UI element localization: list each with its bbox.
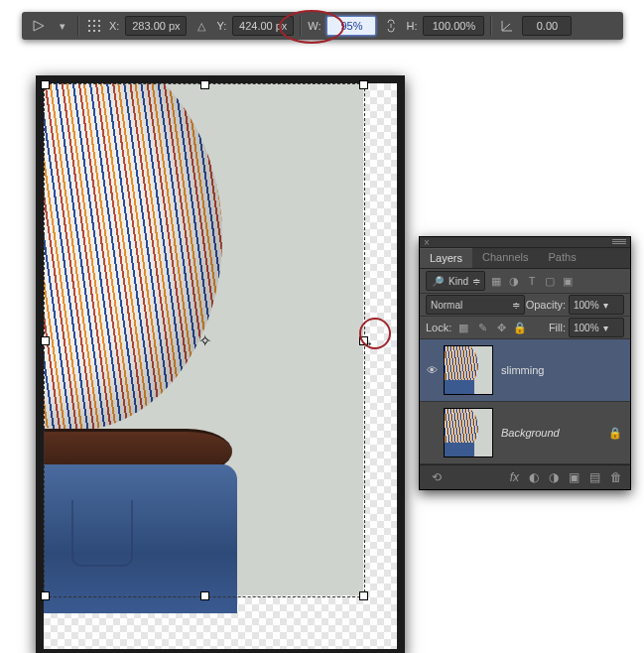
lock-transparent-icon[interactable]: ▩ (456, 321, 470, 334)
svg-rect-6 (88, 30, 90, 32)
delta-icon[interactable]: △ (193, 17, 210, 35)
canvas[interactable]: ✧ ↔ (44, 83, 397, 649)
svg-rect-3 (88, 25, 90, 27)
svg-rect-4 (93, 25, 95, 27)
svg-rect-0 (88, 20, 90, 22)
transform-handle[interactable] (41, 336, 50, 345)
panel-tabs: Layers Channels Paths (420, 248, 630, 269)
separator (490, 16, 492, 36)
reference-point-icon[interactable] (85, 17, 103, 35)
group-icon[interactable]: ▣ (569, 470, 580, 484)
transform-options-bar: ▾ X: △ Y: W: H: (22, 12, 623, 40)
link-wh-icon[interactable] (382, 17, 400, 35)
opacity-label: Opacity: (526, 299, 566, 311)
trash-icon[interactable]: 🗑 (610, 470, 622, 484)
angle-field[interactable] (522, 16, 572, 36)
angle-icon (498, 17, 516, 35)
chevron-down-icon: ≑ (472, 276, 480, 287)
opacity-field[interactable]: 100% ▾ (569, 295, 624, 315)
w-label: W: (308, 20, 321, 32)
opacity-value: 100% (574, 300, 599, 311)
h-label: H: (406, 20, 417, 32)
visibility-toggle[interactable]: 👁 (420, 364, 444, 376)
smartobj-icon[interactable]: ▣ (561, 274, 575, 288)
lock-all-icon[interactable]: 🔒 (513, 321, 527, 334)
transform-handle[interactable] (359, 591, 368, 600)
tab-layers[interactable]: Layers (420, 248, 472, 268)
new-layer-icon[interactable]: ▤ (589, 470, 600, 484)
svg-rect-1 (93, 20, 95, 22)
search-icon: 🔎 (431, 274, 445, 288)
layer-thumbnail[interactable] (444, 408, 493, 457)
filter-kind-select[interactable]: 🔎 Kind ≑ (426, 271, 485, 291)
transform-handle[interactable] (41, 591, 50, 600)
layer-name[interactable]: Background (501, 427, 608, 439)
layer-name[interactable]: slimming (501, 364, 630, 376)
reference-point-marker[interactable]: ✧ (196, 332, 212, 348)
fill-field[interactable]: 100% ▾ (569, 318, 624, 337)
adjustment-icon[interactable]: ◑ (507, 274, 521, 288)
shape-icon[interactable]: ▢ (543, 274, 557, 288)
blend-mode-value: Normal (431, 300, 462, 311)
lock-label: Lock: (426, 322, 451, 333)
layers-list: 👁 slimming Background 🔒 (420, 339, 630, 464)
panel-header[interactable]: × (420, 237, 630, 248)
layer-row[interactable]: 👁 slimming (420, 339, 630, 402)
x-field[interactable] (125, 16, 187, 36)
layers-panel-footer: ⟲ fx ◐ ◑ ▣ ▤ 🗑 (420, 464, 630, 489)
fill-value: 100% (574, 323, 599, 333)
w-field[interactable] (326, 16, 376, 36)
transform-handle[interactable] (359, 80, 368, 89)
transform-handle[interactable] (200, 591, 209, 600)
dropdown-icon[interactable]: ▾ (54, 17, 71, 35)
blend-mode-select[interactable]: Normal ≑ (426, 295, 525, 315)
eye-icon: 👁 (427, 364, 438, 376)
separator (300, 16, 302, 36)
lock-image-icon[interactable]: ✎ (475, 321, 489, 334)
transform-handle[interactable] (41, 80, 50, 89)
panel-menu-icon[interactable] (612, 239, 626, 245)
y-label: Y: (216, 20, 226, 32)
svg-rect-2 (98, 20, 100, 22)
lock-icon: 🔒 (608, 427, 622, 440)
fill-label: Fill: (549, 322, 566, 333)
h-field[interactable] (423, 16, 484, 36)
layers-panel: × Layers Channels Paths 🔎 Kind ≑ ▦ ◑ T ▢… (419, 236, 631, 490)
separator (77, 16, 79, 36)
transform-tool-icon (30, 17, 48, 35)
blend-opacity-row: Normal ≑ Opacity: 100% ▾ (420, 294, 630, 317)
image-icon[interactable]: ▦ (489, 274, 503, 288)
lock-fill-row: Lock: ▩ ✎ ✥ 🔒 Fill: 100% ▾ (420, 317, 630, 339)
document-window: ✧ ↔ (36, 75, 405, 653)
tab-paths[interactable]: Paths (539, 248, 586, 268)
resize-cursor-icon: ↔ (360, 335, 374, 351)
mask-icon[interactable]: ◐ (529, 470, 539, 484)
transform-bounding-box[interactable]: ✧ ↔ (44, 83, 365, 597)
fx-icon[interactable]: fx (510, 470, 519, 484)
svg-rect-7 (93, 30, 95, 32)
chevron-down-icon: ▾ (603, 323, 608, 333)
chevron-down-icon: ▾ (603, 300, 608, 311)
link-icon[interactable]: ⟲ (432, 470, 442, 484)
adjustment-layer-icon[interactable]: ◑ (549, 470, 559, 484)
tab-channels[interactable]: Channels (472, 248, 538, 268)
layer-thumbnail[interactable] (444, 345, 493, 395)
chevron-down-icon: ≑ (512, 300, 520, 311)
y-field[interactable] (232, 16, 294, 36)
svg-rect-8 (98, 30, 100, 32)
x-label: X: (109, 20, 119, 32)
layer-filter-row: 🔎 Kind ≑ ▦ ◑ T ▢ ▣ (420, 269, 630, 294)
close-icon[interactable]: × (424, 237, 430, 248)
layer-row[interactable]: Background 🔒 (420, 402, 630, 464)
lock-position-icon[interactable]: ✥ (494, 321, 508, 334)
svg-rect-5 (98, 25, 100, 27)
transform-handle[interactable] (200, 80, 209, 89)
type-icon[interactable]: T (525, 274, 539, 288)
filter-kind-label: Kind (449, 276, 468, 287)
